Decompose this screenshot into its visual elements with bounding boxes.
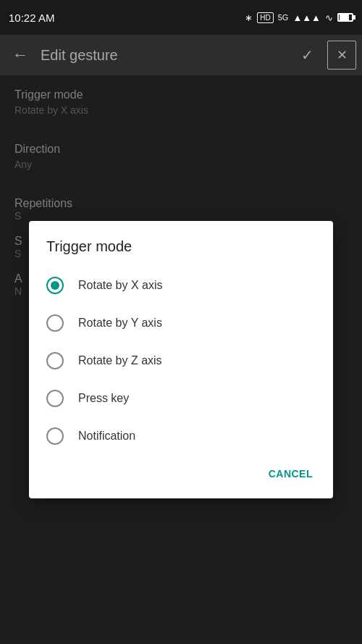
radio-option-press-key[interactable]: Press key — [29, 380, 333, 417]
battery-icon — [337, 13, 353, 22]
radio-label-z-axis: Rotate by Z axis — [78, 354, 162, 367]
wifi-icon: ∿ — [325, 12, 333, 23]
radio-label-y-axis: Rotate by Y axis — [78, 317, 162, 330]
delete-button[interactable]: ✕ — [327, 41, 356, 70]
radio-label-press-key: Press key — [78, 392, 129, 405]
5g-icon: 5G — [278, 13, 289, 22]
radio-option-z-axis[interactable]: Rotate by Z axis — [29, 342, 333, 380]
status-bar: 10:22 AM ∗ HD 5G ▲▲▲ ∿ — [0, 0, 362, 35]
radio-label-x-axis: Rotate by X axis — [78, 279, 163, 292]
confirm-button[interactable]: ✓ — [292, 41, 321, 70]
radio-option-x-axis[interactable]: Rotate by X axis — [29, 267, 333, 304]
dialog-title: Trigger mode — [29, 238, 333, 267]
page-title: Edit gesture — [41, 47, 287, 64]
cancel-button[interactable]: CANCEL — [260, 461, 321, 487]
radio-circle-y-axis — [46, 314, 64, 332]
main-content: Trigger mode Rotate by X axis Direction … — [0, 75, 362, 644]
radio-circle-notification — [46, 427, 64, 445]
radio-option-notification[interactable]: Notification — [29, 417, 333, 455]
dialog-overlay: Trigger mode Rotate by X axisRotate by Y… — [0, 75, 362, 644]
radio-circle-x-axis — [46, 277, 64, 294]
bluetooth-icon: ∗ — [245, 12, 253, 23]
back-button[interactable]: ← — [6, 41, 35, 70]
status-icons: ∗ HD 5G ▲▲▲ ∿ — [245, 12, 353, 23]
hd-icon: HD — [257, 12, 273, 23]
radio-circle-z-axis — [46, 352, 64, 369]
radio-options-list: Rotate by X axisRotate by Y axisRotate b… — [29, 267, 333, 455]
radio-circle-press-key — [46, 390, 64, 407]
top-bar: ← Edit gesture ✓ ✕ — [0, 35, 362, 75]
signal-icon: ▲▲▲ — [292, 12, 321, 23]
radio-label-notification: Notification — [78, 430, 135, 443]
radio-option-y-axis[interactable]: Rotate by Y axis — [29, 304, 333, 342]
dialog-actions: CANCEL — [29, 455, 333, 493]
trigger-mode-dialog: Trigger mode Rotate by X axisRotate by Y… — [29, 221, 333, 498]
status-time: 10:22 AM — [9, 12, 54, 24]
